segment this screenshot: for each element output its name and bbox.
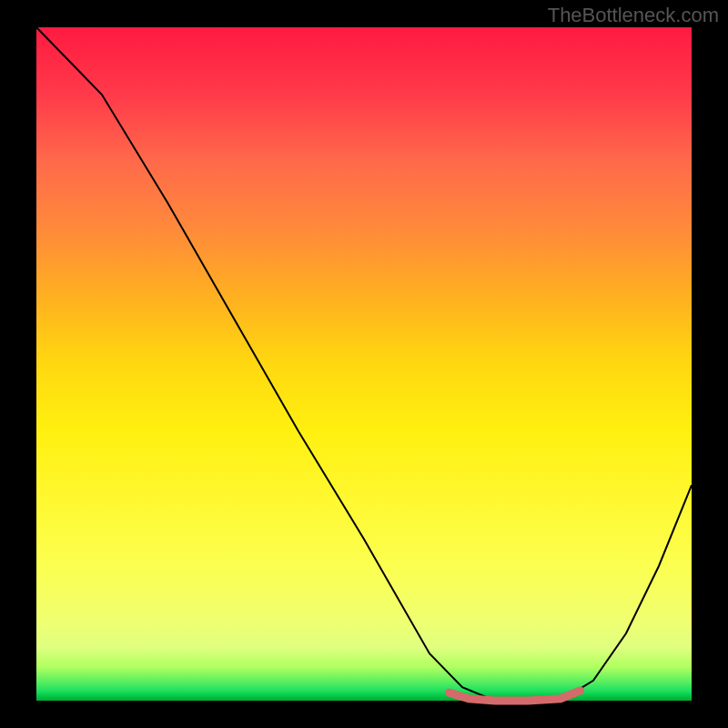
- bottleneck-curve: [36, 27, 692, 701]
- chart-plot-area: [36, 27, 692, 701]
- watermark-text: TheBottleneck.com: [548, 4, 719, 27]
- chart-svg: [36, 27, 692, 701]
- plateau-highlight: [450, 691, 581, 701]
